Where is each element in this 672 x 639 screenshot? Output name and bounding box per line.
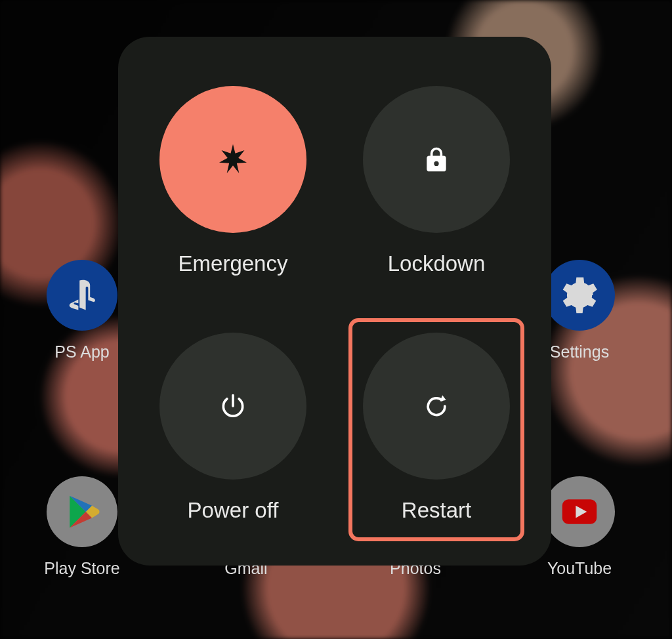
app-label: YouTube: [537, 559, 622, 578]
restart-icon: [363, 333, 510, 480]
app-label: Play Store: [39, 559, 125, 578]
power-item-label: Emergency: [178, 251, 288, 276]
asterisk-icon: [159, 86, 306, 233]
power-item-label: Power off: [188, 498, 279, 523]
youtube-icon: [544, 476, 615, 547]
gear-icon: [544, 260, 615, 331]
emergency-button[interactable]: Emergency: [147, 73, 319, 293]
playstation-icon: [47, 260, 117, 331]
power-off-button[interactable]: Power off: [147, 320, 319, 539]
lock-icon: [363, 86, 510, 233]
app-ps[interactable]: PS App: [39, 260, 125, 361]
app-label: PS App: [39, 342, 125, 361]
app-play-store[interactable]: Play Store: [39, 476, 125, 578]
lockdown-button[interactable]: Lockdown: [350, 73, 522, 293]
power-item-label: Restart: [402, 498, 471, 523]
power-item-label: Lockdown: [388, 251, 486, 276]
power-icon: [159, 333, 306, 480]
restart-button[interactable]: Restart: [350, 320, 522, 539]
power-menu: Emergency Lockdown Power off Restart: [118, 37, 551, 566]
play-store-icon: [47, 476, 117, 547]
